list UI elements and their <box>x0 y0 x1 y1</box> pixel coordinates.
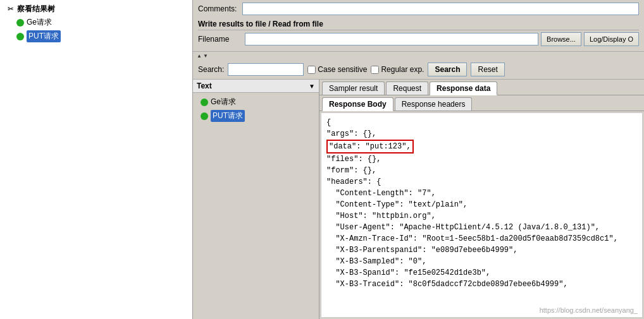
status-circle-get <box>16 19 24 27</box>
search-input[interactable] <box>228 63 304 76</box>
sub-tab-response-headers[interactable]: Response headers <box>395 97 473 111</box>
response-line: "args": {}, <box>326 128 637 140</box>
write-results-header: Write results to file / Read from file <box>198 18 639 30</box>
case-sensitive-group: Case sensitive <box>307 65 367 74</box>
tab-request[interactable]: Request <box>386 81 428 95</box>
tree-root-label: 察看结果树 <box>17 4 55 15</box>
response-line: { <box>326 117 637 128</box>
text-panel: Text ▼ Ge请求 PUT请求 <box>193 80 319 319</box>
response-line: "Content-Length": "7", <box>326 188 637 199</box>
tree-child-put-label: PUT请求 <box>27 30 61 42</box>
search-label: Search: <box>198 65 224 74</box>
response-content[interactable]: {"args": {},"data": "put:123","files": {… <box>321 112 643 318</box>
tree-child-get[interactable]: Ge请求 <box>16 16 189 29</box>
response-line: "X-Amzn-Trace-Id": "Root=1-5eec58b1-da20… <box>326 233 637 244</box>
text-panel-header: Text ▼ <box>193 80 319 93</box>
sidebar: ✂ 察看结果树 Ge请求 PUT请求 <box>0 0 193 319</box>
text-tree-item-put[interactable]: PUT请求 <box>198 109 314 123</box>
comments-label: Comments: <box>198 4 242 13</box>
response-line: "files": {}, <box>326 153 637 165</box>
text-tree-put-label: PUT请求 <box>211 110 245 122</box>
result-panel: Sampler result Request Response data Res… <box>319 80 644 319</box>
regular-exp-group: Regular exp. <box>371 65 424 74</box>
browse-button[interactable]: Browse... <box>541 32 581 46</box>
text-panel-title: Text <box>197 81 212 90</box>
tab-sampler-result[interactable]: Sampler result <box>322 81 385 95</box>
response-line: "X-B3-Traceid": "8c0f5dadccf72cbde089d7e… <box>326 279 637 290</box>
search-button[interactable]: Search <box>428 63 467 76</box>
response-line: "User-Agent": "Apache-HttpClient/4.5.12 … <box>326 222 637 233</box>
response-line: "Host": "httpbin.org", <box>326 210 637 222</box>
filename-label: Filename <box>198 35 242 44</box>
response-line: "Content-Type": "text/plain", <box>326 199 637 210</box>
tree-root-item[interactable]: ✂ 察看结果树 <box>4 3 189 16</box>
text-tree-item-get[interactable]: Ge请求 <box>198 95 314 109</box>
search-bar: Search: Case sensitive Regular exp. Sear… <box>193 60 644 80</box>
regular-exp-label: Regular exp. <box>381 65 424 74</box>
response-line: "X-B3-Parentspanid": "e089d7ebee6b4999", <box>326 244 637 256</box>
arrow-up-icon[interactable]: ▲ <box>197 53 202 59</box>
sub-tabs-row: Response Body Response headers <box>319 95 644 111</box>
response-line: "X-B3-Sampled": "0", <box>326 256 637 267</box>
status-circle-put <box>16 33 24 40</box>
text-status-circle-get <box>201 99 208 106</box>
text-tree-get-label: Ge请求 <box>211 97 236 107</box>
comments-input[interactable] <box>242 3 639 15</box>
regular-exp-checkbox[interactable] <box>371 66 379 74</box>
arrow-down-icon[interactable]: ▼ <box>203 53 208 59</box>
tab-response-data[interactable]: Response data <box>430 81 497 95</box>
scissors-icon: ✂ <box>5 4 15 15</box>
text-panel-body: Ge请求 PUT请求 <box>193 93 319 319</box>
case-sensitive-label: Case sensitive <box>318 65 367 74</box>
case-sensitive-checkbox[interactable] <box>307 66 316 74</box>
filename-input[interactable] <box>245 33 538 45</box>
log-display-button[interactable]: Log/Display O <box>584 32 639 46</box>
content-area: Text ▼ Ge请求 PUT请求 S <box>193 80 644 319</box>
comments-row: Comments: <box>198 3 639 15</box>
right-panel: Comments: Write results to file / Read f… <box>193 0 644 319</box>
text-status-circle-put <box>201 112 208 120</box>
response-line: "headers": { <box>326 176 637 188</box>
top-section: Comments: Write results to file / Read f… <box>193 0 644 52</box>
divider-arrows: ▲ ▼ <box>193 52 644 60</box>
sub-tab-response-body[interactable]: Response Body <box>322 97 393 111</box>
dropdown-arrow-icon[interactable]: ▼ <box>309 83 315 90</box>
tabs-row: Sampler result Request Response data <box>319 80 644 95</box>
sidebar-tree: ✂ 察看结果树 Ge请求 PUT请求 <box>0 0 192 319</box>
filename-row: Filename Browse... Log/Display O <box>198 32 639 46</box>
reset-button[interactable]: Reset <box>471 63 504 76</box>
tree-children: Ge请求 PUT请求 <box>4 16 189 44</box>
response-line: "data": "put:123", <box>326 140 637 153</box>
tree-child-put[interactable]: PUT请求 <box>16 29 189 44</box>
response-line: "X-B3-Spanid": "fe15e02542d1de3b", <box>326 267 637 279</box>
response-line: "form": {}, <box>326 165 637 176</box>
tree-child-get-label: Ge请求 <box>27 17 52 28</box>
